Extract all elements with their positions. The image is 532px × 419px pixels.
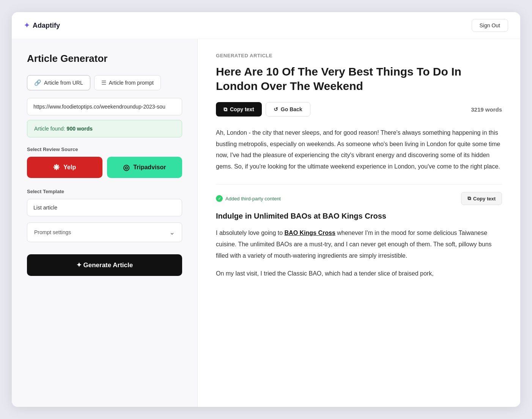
left-panel: Article Generator 🔗 Article from URL ☰ A…	[12, 39, 198, 407]
copy-icon-main: ⧉	[224, 106, 227, 113]
article-body: Ah, London - the city that never sleeps,…	[216, 127, 502, 172]
review-row: ❋ Yelp ◎ Tripadvisor	[27, 157, 182, 178]
word-count: 3219 words	[471, 106, 502, 113]
tab-article-from-prompt[interactable]: ☰ Article from prompt	[94, 75, 161, 90]
copy-icon-section: ⧉	[467, 195, 471, 202]
subsection-para-1: I absolutely love going to BAO Kings Cro…	[216, 227, 502, 261]
tripadvisor-label: Tripadvisor	[133, 164, 166, 171]
generated-label: Generated Article	[216, 53, 502, 58]
tab-article-from-url[interactable]: 🔗 Article from URL	[27, 75, 90, 90]
tab-prompt-label: Article from prompt	[109, 80, 154, 86]
action-bar: ⧉ Copy text ↺ Go Back 3219 words	[216, 102, 502, 117]
article-found-badge: Article found: 900 words	[27, 120, 182, 137]
refresh-icon: ↺	[274, 106, 278, 112]
generate-article-button[interactable]: ✦ Generate Article	[27, 254, 182, 276]
prompt-settings-label: Prompt settings	[34, 229, 71, 235]
generate-label: ✦ Generate Article	[76, 261, 133, 269]
copy-text-button-section[interactable]: ⧉ Copy text	[461, 192, 502, 205]
go-back-label: Go Back	[281, 106, 302, 112]
check-icon: ✓	[216, 195, 223, 202]
tripadvisor-button[interactable]: ◎ Tripadvisor	[107, 157, 183, 178]
copy-text-button-main[interactable]: ⧉ Copy text	[216, 102, 262, 117]
action-buttons: ⧉ Copy text ↺ Go Back	[216, 102, 310, 117]
chevron-down-icon: ⌄	[169, 228, 175, 236]
article-intro: Ah, London - the city that never sleeps,…	[216, 127, 502, 172]
template-select[interactable]: List article Blog post News article	[27, 199, 182, 216]
tab-url-label: Article from URL	[44, 80, 83, 86]
yelp-button[interactable]: ❋ Yelp	[27, 157, 102, 178]
app-container: ✦ Adaptify Sign Out Article Generator 🔗 …	[12, 12, 520, 407]
article-found-prefix: Article found:	[34, 126, 67, 132]
logo-text: Adaptify	[33, 22, 60, 30]
logo-icon: ✦	[24, 21, 30, 30]
sign-out-button[interactable]: Sign Out	[472, 19, 508, 32]
copy-text-label: Copy text	[473, 196, 496, 202]
template-label: Select Template	[27, 189, 182, 194]
prompt-icon: ☰	[101, 79, 106, 86]
main-content: Article Generator 🔗 Article from URL ☰ A…	[12, 39, 520, 407]
subsection-para-2: On my last visit, I tried the Classic BA…	[216, 268, 502, 279]
panel-title: Article Generator	[27, 53, 182, 65]
right-panel: Generated Article Here Are 10 Of The Ver…	[198, 39, 520, 407]
subsection-body: I absolutely love going to BAO Kings Cro…	[216, 227, 502, 279]
yelp-label: Yelp	[63, 164, 76, 171]
tab-row: 🔗 Article from URL ☰ Article from prompt	[27, 75, 182, 90]
article-title: Here Are 10 Of The Very Best Things To D…	[216, 65, 502, 93]
article-found-count: 900 words	[67, 126, 93, 132]
subsection-title: Indulge in Unlimited BAOs at BAO Kings C…	[216, 212, 502, 221]
url-input[interactable]	[27, 98, 182, 115]
yelp-icon: ❋	[53, 163, 60, 172]
logo: ✦ Adaptify	[24, 21, 60, 30]
third-party-label: Added third-party content	[225, 196, 281, 202]
prompt-settings-button[interactable]: Prompt settings ⌄	[27, 222, 182, 242]
bao-link[interactable]: BAO Kings Cross	[285, 230, 335, 236]
third-party-header: ✓ Added third-party content ⧉ Copy text	[216, 192, 502, 205]
header: ✦ Adaptify Sign Out	[12, 12, 520, 39]
copy-btn-label: Copy text	[230, 106, 254, 112]
review-source-label: Select Review Source	[27, 146, 182, 152]
link-icon: 🔗	[34, 79, 41, 86]
third-party-badge: ✓ Added third-party content	[216, 195, 281, 202]
third-party-section: ✓ Added third-party content ⧉ Copy text …	[216, 184, 502, 279]
go-back-button[interactable]: ↺ Go Back	[266, 102, 310, 117]
tripadvisor-icon: ◎	[123, 163, 129, 172]
